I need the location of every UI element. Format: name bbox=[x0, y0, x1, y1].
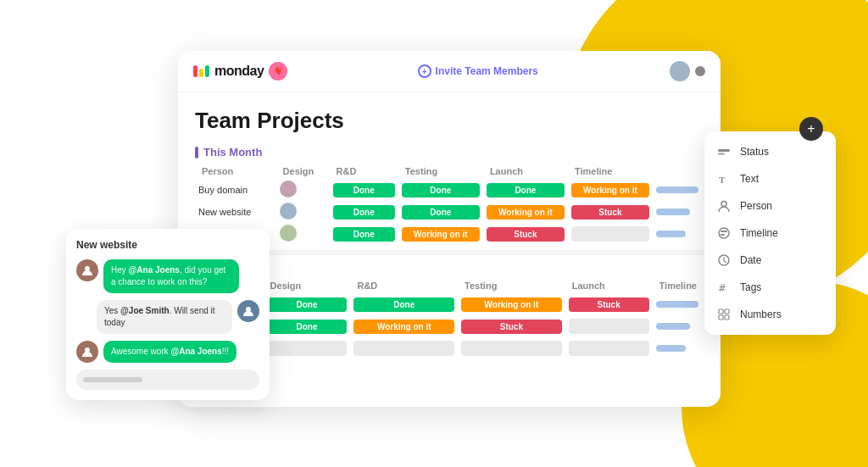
chat-avatar-joe bbox=[237, 300, 259, 322]
testing-cell-3: Stuck bbox=[483, 223, 568, 245]
status-done: Done bbox=[402, 183, 480, 197]
status-stuck: Stuck bbox=[571, 205, 649, 220]
timeline-bar bbox=[656, 345, 686, 352]
empty-cell bbox=[569, 341, 649, 356]
project-table-2: Person Design R&D Testing Launch Timelin… bbox=[195, 278, 704, 359]
dropdown-item-tags[interactable]: # Tags bbox=[704, 274, 836, 301]
testing-cell-2: Working on it bbox=[483, 201, 568, 223]
col-header-testing: Testing bbox=[398, 164, 483, 179]
invite-team-button[interactable]: + Invite Team Members bbox=[418, 64, 538, 78]
s2-launch-2 bbox=[565, 315, 653, 337]
col-header-timeline: Timeline bbox=[568, 164, 653, 179]
status-done: Done bbox=[333, 183, 395, 197]
timeline-cell-3 bbox=[653, 223, 704, 245]
person-icon bbox=[716, 198, 732, 214]
empty-cell bbox=[461, 341, 562, 356]
empty-cell bbox=[569, 319, 649, 334]
col2-header-rd: R&D bbox=[350, 278, 458, 293]
svg-rect-12 bbox=[719, 309, 723, 314]
tags-icon: # bbox=[716, 280, 732, 295]
rd-cell-3: Working on it bbox=[398, 223, 483, 245]
dropdown-item-numbers[interactable]: Numbers bbox=[704, 301, 836, 328]
col-header-person: Person bbox=[195, 164, 276, 179]
s2-rd-3 bbox=[350, 337, 458, 359]
chat-messages: Hey @Ana Joens, did you get a chance to … bbox=[76, 259, 259, 363]
avatar-dot bbox=[695, 66, 705, 76]
launch-cell-3 bbox=[568, 223, 653, 245]
svg-text:#: # bbox=[719, 281, 726, 294]
monday-logo: monday 🎈 bbox=[193, 62, 287, 81]
logo-bar-yellow bbox=[199, 69, 203, 77]
s2-design-2: Done bbox=[264, 315, 351, 337]
table-row bbox=[195, 337, 704, 359]
column-type-dropdown: Status T Text Person Timeline Date # Tag… bbox=[704, 131, 836, 335]
chat-message-2: Yes @Joe Smith. Will send it today bbox=[76, 300, 259, 334]
chat-input-placeholder bbox=[83, 377, 142, 382]
numbers-icon bbox=[716, 307, 732, 322]
empty-cell bbox=[571, 226, 649, 242]
dropdown-item-text[interactable]: T Text bbox=[704, 165, 836, 192]
logo-text: monday bbox=[214, 64, 264, 79]
date-icon bbox=[716, 253, 732, 268]
chat-card: New website Hey @Ana Joens, did you get … bbox=[66, 229, 270, 400]
logo-bars bbox=[193, 65, 209, 77]
dropdown-item-date[interactable]: Date bbox=[704, 247, 836, 274]
status-done: Done bbox=[267, 297, 348, 312]
timeline-bar bbox=[656, 323, 690, 330]
col2-header-testing: Testing bbox=[458, 278, 565, 293]
task-name-2: New website bbox=[195, 201, 276, 223]
timeline-bar bbox=[656, 208, 690, 215]
text-icon: T bbox=[716, 171, 732, 186]
dropdown-item-person[interactable]: Person bbox=[704, 192, 836, 220]
status-working: Working on it bbox=[353, 320, 454, 334]
s2-timeline-3 bbox=[653, 337, 704, 359]
s2-launch-1: Stuck bbox=[565, 293, 653, 315]
status-stuck: Stuck bbox=[569, 297, 649, 312]
timeline-bar bbox=[656, 301, 698, 308]
status-working: Working on it bbox=[571, 183, 649, 197]
page-title: Team Projects bbox=[195, 108, 704, 134]
project-table-1: Person Design R&D Testing Launch Timelin… bbox=[195, 164, 704, 245]
dropdown-item-status[interactable]: Status bbox=[704, 138, 836, 165]
design-cell-2: Done bbox=[330, 201, 398, 223]
svg-rect-14 bbox=[719, 315, 723, 320]
chat-bubble-2: Yes @Joe Smith. Will send it today bbox=[97, 300, 232, 334]
add-column-button[interactable]: + bbox=[799, 117, 823, 141]
section2-label: New website bbox=[195, 260, 704, 273]
s2-testing-1: Working on it bbox=[458, 293, 565, 315]
person-cell-3 bbox=[276, 223, 330, 245]
col-header-design: Design bbox=[276, 164, 330, 179]
logo-bar-red bbox=[193, 65, 198, 77]
table-header-row-2: Person Design R&D Testing Launch Timelin… bbox=[195, 278, 704, 293]
rd-cell-2: Done bbox=[398, 201, 483, 223]
status-done: Done bbox=[267, 320, 348, 334]
status-done: Done bbox=[487, 183, 565, 197]
svg-point-7 bbox=[719, 228, 729, 238]
s2-design-1: Done bbox=[264, 293, 351, 315]
col2-header-design: Design bbox=[264, 278, 351, 293]
status-done: Done bbox=[333, 227, 395, 242]
s2-testing-3 bbox=[458, 337, 565, 359]
status-stuck: Stuck bbox=[487, 227, 565, 242]
table-row: New website Done Done Working on it Stuc… bbox=[195, 201, 704, 223]
col-header-launch: Launch bbox=[483, 164, 568, 179]
design-cell-1: Done bbox=[330, 179, 398, 201]
col2-header-timeline: Timeline bbox=[653, 278, 704, 293]
table-row: Done Working on it Stuck bbox=[195, 223, 704, 245]
chat-input-area[interactable] bbox=[76, 370, 259, 390]
svg-rect-9 bbox=[721, 234, 725, 236]
user-avatar-1[interactable] bbox=[668, 59, 692, 83]
table-row: Buy domain Done Done Done Working on it bbox=[195, 179, 704, 201]
col-header-rd: R&D bbox=[330, 164, 398, 179]
section-bar-1 bbox=[195, 147, 198, 158]
svg-point-6 bbox=[721, 202, 726, 207]
invite-icon: + bbox=[418, 64, 431, 78]
svg-rect-13 bbox=[725, 309, 729, 314]
timeline-cell-2 bbox=[653, 201, 704, 223]
status-working: Working on it bbox=[402, 227, 480, 242]
chat-message-3: Awesome work @Ana Joens!!! bbox=[76, 341, 259, 363]
dropdown-item-timeline[interactable]: Timeline bbox=[704, 220, 836, 247]
timeline-bar bbox=[656, 231, 686, 237]
table-row: Done Working on it Stuck bbox=[195, 315, 704, 337]
status-done: Done bbox=[353, 297, 454, 312]
